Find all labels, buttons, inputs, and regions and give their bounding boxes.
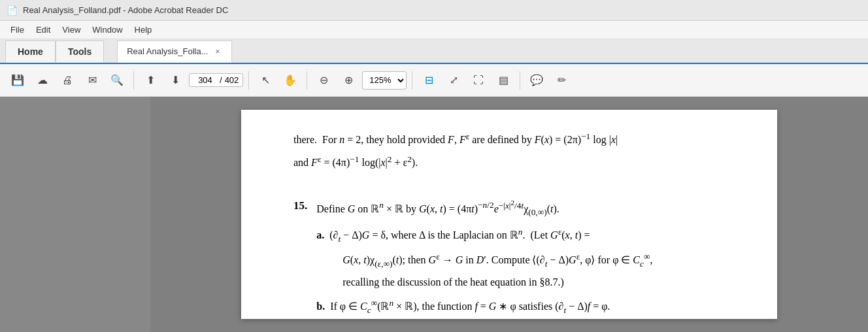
problem-number: 15.: [293, 197, 307, 320]
search-button[interactable]: 🔍: [106, 69, 128, 91]
upload-button[interactable]: ☁: [31, 69, 54, 91]
toolbar-separator-5: [520, 71, 520, 90]
page-up-button[interactable]: ⬆: [139, 69, 161, 91]
app-icon: 📄: [7, 5, 18, 16]
part-a-label: a.: [316, 229, 324, 241]
zoom-select[interactable]: 50% 75% 100% 125% 150% 200%: [362, 71, 407, 90]
page-number-input[interactable]: 304: [193, 75, 217, 85]
comment-button[interactable]: 💬: [526, 69, 548, 91]
problem-15-define: Define G on ℝn × ℝ by G(x, t) = (4πt)−n/…: [316, 197, 652, 219]
menu-help[interactable]: Help: [129, 23, 158, 37]
email-button[interactable]: ✉: [81, 69, 103, 91]
tab-document[interactable]: Real Analysis_Folla... ×: [117, 41, 231, 63]
pdf-page-view: there. For n = 2, they hold provided F, …: [150, 97, 868, 332]
left-panel: [0, 97, 150, 332]
part-b-label: b.: [316, 301, 325, 312]
toolbar-separator-3: [307, 71, 307, 90]
reading-mode-button[interactable]: ▤: [492, 69, 514, 91]
problem-15a-line3: recalling the discussion of the heat equ…: [342, 274, 652, 291]
title-bar: 📄 Real Analysis_Folland.pdf - Adobe Acro…: [0, 0, 868, 21]
fit-width-button[interactable]: ⤢: [442, 69, 465, 91]
select-tool-button[interactable]: ↖: [254, 69, 276, 91]
menu-bar: File Edit View Window Help: [0, 21, 868, 39]
problem-15a-line2: G(x, t)χ(ε,∞)(t); then Gε → G in D′. Com…: [342, 250, 652, 271]
print-button[interactable]: 🖨: [56, 69, 78, 91]
problem-15a: a. (∂t − Δ)G = δ, where Δ is the Laplaci…: [316, 225, 652, 246]
edit-button[interactable]: ✏: [550, 69, 573, 91]
page-total: 402: [225, 75, 239, 85]
tab-bar: Home Tools Real Analysis_Folla... ×: [0, 39, 868, 64]
zoom-in-button[interactable]: ⊕: [337, 69, 359, 91]
menu-edit[interactable]: Edit: [31, 23, 56, 37]
toolbar: 💾 ☁ 🖨 ✉ 🔍 ⬆ ⬇ 304 / 402 ↖ ✋ ⊖ ⊕ 50% 75% …: [0, 64, 868, 97]
hand-tool-button[interactable]: ✋: [279, 69, 301, 91]
tab-home[interactable]: Home: [5, 41, 56, 63]
tab-tools-label: Tools: [68, 46, 92, 57]
save-button[interactable]: 💾: [7, 69, 29, 91]
problem-15: 15. Define G on ℝn × ℝ by G(x, t) = (4πt…: [293, 197, 738, 320]
menu-window[interactable]: Window: [87, 23, 127, 37]
page-navigation: 304 / 402: [189, 73, 243, 87]
content-line-2: and Fε = (4π)−1 log(|x|2 + ε2).: [293, 152, 738, 171]
fullscreen-button[interactable]: ⛶: [467, 69, 490, 91]
tab-tools[interactable]: Tools: [56, 41, 104, 63]
title-bar-text: Real Analysis_Folland.pdf - Adobe Acroba…: [23, 5, 228, 15]
fit-page-button[interactable]: ⊟: [418, 69, 440, 91]
toolbar-separator-2: [248, 71, 249, 90]
toolbar-separator-1: [133, 71, 134, 90]
tab-home-label: Home: [18, 46, 43, 57]
zoom-out-button[interactable]: ⊖: [312, 69, 335, 91]
where-text: where: [391, 229, 416, 241]
page-separator: /: [220, 75, 222, 85]
menu-view[interactable]: View: [57, 23, 86, 37]
tab-close-button[interactable]: ×: [213, 46, 222, 57]
main-area: there. For n = 2, they hold provided F, …: [0, 97, 868, 332]
page-content: there. For n = 2, they hold provided F, …: [241, 110, 777, 319]
toolbar-separator-4: [412, 71, 412, 90]
page-down-button[interactable]: ⬇: [164, 69, 186, 91]
menu-file[interactable]: File: [5, 23, 29, 37]
content-line-1: there. For n = 2, they hold provided F, …: [293, 129, 738, 148]
problem-15b: b. If φ ∈ Cc∞(ℝn × ℝ), the function f = …: [316, 296, 652, 317]
tab-document-label: Real Analysis_Folla...: [127, 46, 208, 56]
problem-15-content: Define G on ℝn × ℝ by G(x, t) = (4πt)−n/…: [316, 197, 652, 320]
